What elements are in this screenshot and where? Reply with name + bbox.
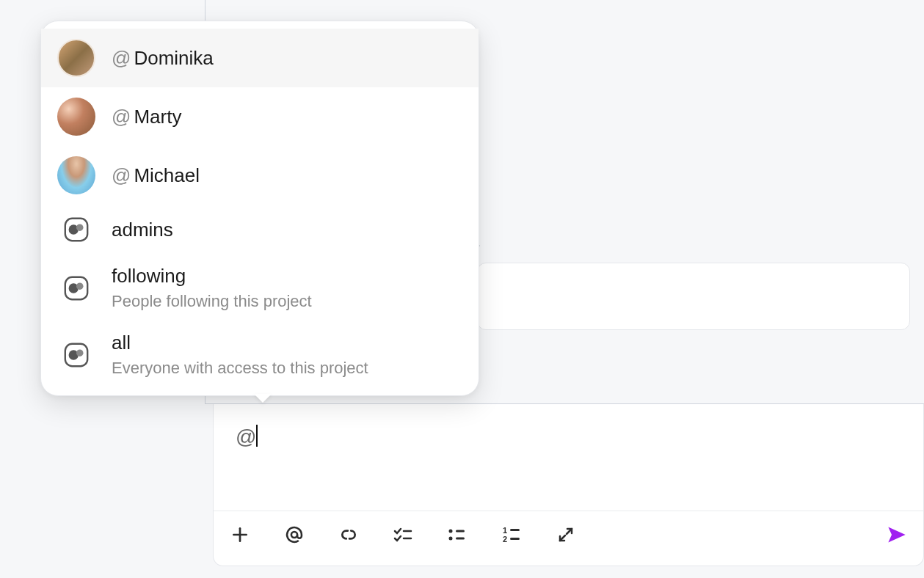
svg-rect-8	[456, 538, 465, 540]
numbered-list-button[interactable]: 1 2	[500, 523, 523, 546]
svg-point-7	[449, 537, 453, 541]
attach-button[interactable]	[337, 523, 360, 546]
group-icon	[62, 340, 91, 370]
mention-prefix: @	[112, 106, 131, 128]
editor-toolbar: 1 2	[214, 511, 923, 558]
mention-name: all	[112, 332, 131, 354]
mention-popup: @ Dominika @ Marty @ Michael admins	[40, 21, 479, 396]
svg-text:2: 2	[503, 535, 507, 544]
bullet-list-button[interactable]	[445, 523, 469, 546]
editor-input-text: @	[236, 425, 256, 448]
group-icon	[62, 274, 91, 303]
svg-text:1: 1	[503, 526, 507, 535]
message-editor: @	[213, 404, 924, 566]
svg-point-23	[76, 349, 84, 356]
expand-icon	[557, 526, 575, 544]
avatar-michael	[57, 156, 95, 194]
editor-textarea[interactable]: @	[214, 404, 923, 511]
mention-name: Dominika	[134, 47, 213, 70]
svg-rect-12	[510, 538, 520, 540]
expand-button[interactable]	[554, 523, 578, 546]
mention-item-dominika[interactable]: @ Dominika	[41, 29, 479, 87]
send-button[interactable]	[885, 523, 909, 546]
mention-name: Marty	[134, 106, 181, 128]
text-cursor	[256, 425, 258, 447]
numbered-list-icon: 1 2	[501, 526, 522, 544]
mention-name: Michael	[134, 164, 200, 187]
mention-desc: People following this project	[112, 292, 312, 311]
svg-point-5	[449, 530, 453, 533]
svg-point-17	[76, 224, 84, 231]
mention-item-admins[interactable]: admins	[41, 205, 479, 255]
bullet-list-icon	[447, 526, 468, 544]
add-button[interactable]	[228, 523, 252, 546]
send-icon	[885, 524, 909, 545]
mention-button[interactable]	[283, 523, 306, 546]
background-card	[477, 263, 910, 330]
mention-item-following[interactable]: following People following this project	[41, 255, 479, 321]
checklist-button[interactable]	[391, 523, 415, 546]
group-icon	[62, 215, 91, 244]
mention-item-michael[interactable]: @ Michael	[41, 146, 479, 205]
mention-prefix: @	[112, 47, 131, 70]
plus-icon	[230, 525, 250, 544]
mention-name: following	[112, 265, 186, 288]
mention-desc: Everyone with access to this project	[112, 359, 368, 378]
link-icon	[339, 525, 358, 544]
mention-item-marty[interactable]: @ Marty	[41, 87, 479, 146]
svg-rect-10	[510, 529, 520, 531]
avatar-marty	[57, 98, 95, 136]
svg-point-20	[76, 282, 84, 290]
mention-item-all[interactable]: all Everyone with access to this project	[41, 321, 479, 388]
mention-prefix: @	[112, 164, 131, 187]
avatar-dominika	[57, 39, 95, 77]
at-icon	[284, 524, 305, 545]
checklist-icon	[393, 525, 413, 544]
mention-name: admins	[112, 219, 173, 241]
svg-rect-6	[456, 530, 465, 533]
